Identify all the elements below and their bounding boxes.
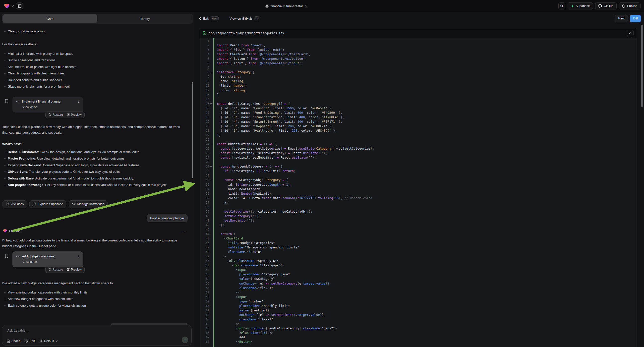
- supabase-icon: [571, 4, 574, 8]
- code-line: 30 if (!newCategory || !newLimit) return…: [200, 169, 637, 173]
- fold-spacer: [209, 299, 212, 304]
- fold-spacer: [209, 326, 212, 330]
- list-item: Master Prompting: Use clear, detailed, a…: [2, 155, 188, 162]
- line-number: 8: [200, 70, 209, 74]
- line-number: 47: [200, 245, 209, 250]
- tab-chat[interactable]: Chat: [2, 14, 97, 23]
- fold-spacer: [209, 155, 212, 160]
- user-message-bubble: build a financial planner: [146, 214, 188, 222]
- code-line: 57 />: [200, 290, 637, 295]
- bookmark-icon[interactable]: [5, 99, 8, 103]
- fold-toggle-icon[interactable]: [209, 102, 212, 106]
- line-number: 40: [200, 214, 209, 218]
- design-heading: For the design aesthetic:: [2, 41, 187, 47]
- list-item: Clean typography with clear hierarchies: [2, 70, 187, 77]
- restore-preview-toolbar: Restore Preview: [45, 112, 85, 118]
- view-code-link[interactable]: View code: [23, 260, 80, 264]
- publish-globe-icon: [622, 4, 625, 8]
- lovable-logo-icon[interactable]: [4, 4, 10, 8]
- code-line: 25 const [categories, setCategories] = R…: [200, 146, 637, 151]
- github-button[interactable]: GitHub: [595, 2, 616, 10]
- line-number: 63: [200, 317, 209, 322]
- code-scrollbar[interactable]: [641, 25, 643, 107]
- fold-toggle-icon[interactable]: [209, 178, 212, 182]
- code-line: 20 { id: '5', name: 'Shopping', limit: 2…: [200, 124, 637, 128]
- line-number: 21: [200, 128, 209, 133]
- fold-spacer: [209, 74, 212, 79]
- added-bullet-list: View existing budget categories with the…: [2, 289, 187, 309]
- external-link-icon: [6, 202, 9, 206]
- edit-mode-button[interactable]: Edit: [25, 339, 35, 343]
- line-number: 62: [200, 313, 209, 317]
- send-button[interactable]: ↑: [182, 336, 188, 343]
- line-number: 26: [200, 151, 209, 155]
- globe-icon: [265, 4, 268, 8]
- tab-history[interactable]: History: [97, 14, 192, 23]
- line-number: 27: [200, 155, 209, 160]
- quick-actions-row: Visit docs Explore Supabase Manage knowl…: [2, 200, 108, 208]
- code-line: 8interface Category {: [200, 70, 637, 74]
- file-header[interactable]: src/components/budget/BudgetCategories.t…: [200, 28, 637, 38]
- view-code-link[interactable]: View code: [23, 105, 80, 109]
- fold-toggle-icon[interactable]: [209, 164, 212, 169]
- line-number: 56: [200, 286, 209, 290]
- code-line: 39 setCategories([...categories, newCate…: [200, 209, 637, 214]
- line-number: 7: [200, 66, 209, 70]
- fold-toggle-icon[interactable]: [209, 70, 212, 74]
- version-card-implement-planner[interactable]: <> Implement financial planner › View co…: [12, 96, 83, 112]
- attach-button[interactable]: Attach: [7, 339, 20, 343]
- line-number: 68: [200, 340, 209, 344]
- exit-button[interactable]: Exit: [203, 17, 208, 20]
- code-line: 62 onChange={(e) => setNewLimit(e.target…: [200, 313, 637, 317]
- model-selector[interactable]: Default: [39, 339, 58, 343]
- assistant-header: Lovable ···: [3, 229, 187, 233]
- code-line: 42 };: [200, 223, 637, 227]
- chat-input[interactable]: [7, 328, 156, 332]
- settings-button[interactable]: ⚙: [558, 2, 565, 10]
- fold-spacer: [209, 335, 212, 340]
- publish-button[interactable]: Publish: [619, 2, 640, 10]
- list-item: Subtle animations and transitions: [2, 57, 187, 64]
- fold-toggle-icon[interactable]: [209, 142, 212, 146]
- visit-docs-button[interactable]: Visit docs: [2, 200, 27, 208]
- code-line: 36 color: '#' + Math.floor(Math.random()…: [200, 196, 637, 200]
- supabase-button[interactable]: Supabase: [568, 2, 593, 10]
- list-item: Debug with Ease: Activate our experiment…: [2, 175, 188, 182]
- preview-button[interactable]: Preview: [67, 113, 82, 116]
- version-card-add-budget-categories[interactable]: <> Add budget categories › View code: [12, 252, 83, 267]
- code-line: 35 limit: Number(newLimit),: [200, 192, 637, 196]
- view-on-github-button[interactable]: View on GitHub: [230, 17, 252, 20]
- code-line: 33 id: String(categories.length + 1),: [200, 182, 637, 187]
- chevron-down-icon: [56, 340, 58, 342]
- fold-spacer: [209, 79, 212, 84]
- code-line: 63 className="flex-1": [200, 317, 637, 322]
- fold-spacer: [209, 192, 212, 196]
- chevron-up-icon: [629, 32, 632, 34]
- line-number: 6: [200, 61, 209, 66]
- version-title: Add budget categories: [22, 254, 76, 258]
- toggle-sidebar-button[interactable]: [16, 2, 23, 10]
- fold-spacer: [209, 295, 212, 299]
- project-chevron-icon: [305, 5, 308, 7]
- preview-button[interactable]: Preview: [67, 268, 82, 271]
- collapse-file-button[interactable]: [627, 30, 634, 36]
- code-line: 11 limit: number;: [200, 84, 637, 88]
- manage-knowledge-button[interactable]: Manage knowledge: [69, 200, 107, 208]
- message-menu-button[interactable]: ···: [182, 229, 187, 233]
- workspace-chevron-icon[interactable]: [12, 5, 14, 7]
- restore-button[interactable]: Restore: [48, 113, 63, 116]
- code-line: 15const defaultCategories: Category[] = …: [200, 102, 637, 106]
- line-number: 23: [200, 138, 209, 142]
- restore-button[interactable]: Restore: [48, 268, 63, 271]
- project-switcher[interactable]: financial-future-creator: [265, 0, 308, 12]
- raw-toggle-button[interactable]: Raw: [615, 15, 628, 22]
- list-item: Expand with Backend: Connect Supabase to…: [2, 162, 188, 168]
- chat-scrollbar[interactable]: [192, 82, 193, 178]
- fold-spacer: [209, 259, 212, 263]
- diff-toggle-button[interactable]: Diff: [630, 15, 641, 22]
- bookmark-icon[interactable]: [5, 254, 8, 258]
- explore-supabase-button[interactable]: Explore Supabase: [29, 200, 66, 208]
- fold-spacer: [209, 214, 212, 218]
- line-number: 16: [200, 106, 209, 110]
- line-number: 14: [200, 97, 209, 102]
